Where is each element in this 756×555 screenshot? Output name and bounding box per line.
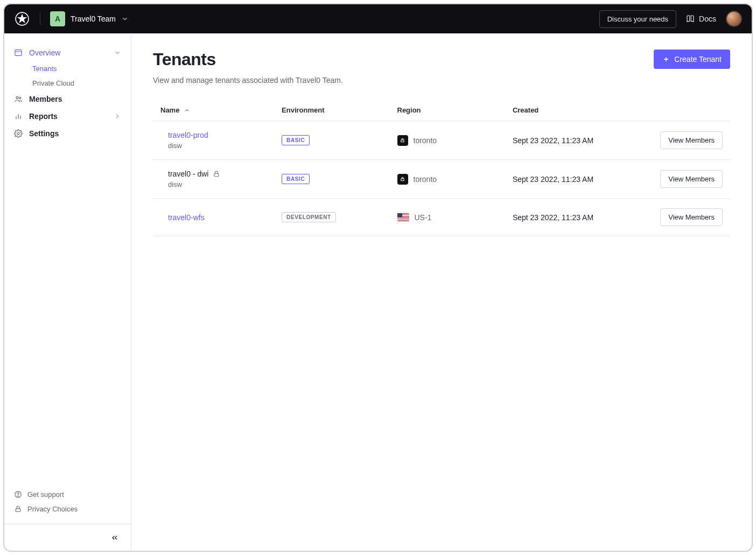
tenant-sub: disw: [168, 142, 267, 150]
svg-rect-8: [401, 140, 404, 142]
chevron-down-icon: [114, 49, 121, 57]
column-label: Name: [160, 106, 179, 114]
lock-icon: [14, 505, 22, 513]
table-row: travel0-proddiswBASICtorontoSept 23 2022…: [153, 121, 730, 160]
environment-badge: BASIC: [282, 174, 310, 184]
region-lock-icon: [397, 135, 408, 146]
svg-point-6: [18, 496, 18, 496]
members-icon: [14, 95, 23, 103]
column-header-region: Region: [390, 100, 505, 121]
tenants-table: Name Environment Region Created travel0-…: [153, 100, 730, 236]
environment-badge: BASIC: [282, 135, 310, 145]
chevrons-left-icon: [110, 533, 119, 542]
docs-label: Docs: [699, 15, 716, 23]
sidebar-item-members[interactable]: Members: [10, 90, 125, 108]
environment-badge: DEVELOPMENT: [282, 212, 336, 222]
divider: [40, 13, 40, 25]
get-support-link[interactable]: Get support: [14, 487, 121, 502]
sidebar-item-settings[interactable]: Settings: [10, 125, 125, 142]
table-row: travel0-wfsDEVELOPMENTUS-1Sept 23 2022, …: [153, 199, 730, 236]
svg-rect-9: [214, 173, 219, 176]
tenant-sub: disw: [168, 180, 267, 188]
tenant-name: travel0 - dwi: [168, 170, 208, 178]
region-lock-icon: [397, 174, 408, 185]
brand-logo[interactable]: [14, 11, 30, 27]
sidebar-item-label: Overview: [29, 48, 60, 57]
collapse-sidebar-button[interactable]: [4, 524, 131, 551]
region-cell: US-1: [397, 213, 498, 222]
view-members-button[interactable]: View Members: [660, 131, 723, 149]
column-header-name[interactable]: Name: [160, 106, 190, 114]
svg-rect-7: [16, 509, 20, 512]
sidebar-item-overview[interactable]: Overview: [10, 44, 125, 61]
top-header: A Travel0 Team Discuss your needs Docs: [4, 4, 752, 33]
help-icon: [14, 490, 22, 498]
team-badge: A: [50, 11, 65, 26]
support-label: Get support: [27, 490, 64, 498]
region-cell: toronto: [397, 135, 498, 146]
sidebar: Overview Tenants Private Cloud Members R…: [4, 33, 131, 551]
view-members-button[interactable]: View Members: [660, 208, 723, 226]
team-switcher[interactable]: A Travel0 Team: [50, 11, 129, 26]
create-tenant-label: Create Tenant: [674, 55, 722, 64]
page-title: Tenants: [153, 50, 216, 69]
svg-point-4: [17, 132, 19, 135]
flag-us-icon: [397, 213, 409, 221]
sidebar-item-label: Settings: [29, 129, 59, 138]
svg-point-2: [16, 96, 18, 99]
svg-rect-1: [15, 50, 22, 56]
discuss-needs-button[interactable]: Discuss your needs: [599, 10, 676, 28]
main-content: Tenants Create Tenant View and manage te…: [131, 33, 752, 551]
create-tenant-button[interactable]: Create Tenant: [654, 50, 730, 69]
docs-link[interactable]: Docs: [686, 15, 716, 23]
sidebar-sub-private-cloud[interactable]: Private Cloud: [32, 76, 125, 90]
column-header-environment: Environment: [274, 100, 389, 121]
chevron-right-icon: [114, 113, 121, 120]
chart-icon: [14, 112, 23, 121]
region-name: toronto: [414, 175, 437, 184]
created-date: Sept 23 2022, 11:23 AM: [505, 160, 643, 199]
sidebar-item-reports[interactable]: Reports: [10, 108, 125, 125]
created-date: Sept 23 2022, 11:23 AM: [505, 121, 643, 160]
tenant-name[interactable]: travel0-prod: [168, 131, 208, 139]
table-row: travel0 - dwidiswBASICtorontoSept 23 202…: [153, 160, 730, 199]
gear-icon: [14, 129, 23, 138]
tenant-name[interactable]: travel0-wfs: [168, 213, 205, 222]
svg-point-3: [19, 97, 21, 99]
book-icon: [686, 15, 695, 23]
sidebar-sub-tenants[interactable]: Tenants: [32, 61, 125, 76]
sidebar-item-label: Reports: [29, 112, 58, 121]
privacy-choices-link[interactable]: Privacy Choices: [14, 502, 121, 516]
sort-asc-icon: [184, 107, 190, 114]
page-subtitle: View and manage tenants associated with …: [153, 76, 730, 85]
sidebar-item-label: Members: [29, 95, 62, 103]
view-members-button[interactable]: View Members: [660, 170, 723, 188]
privacy-label: Privacy Choices: [27, 505, 78, 513]
column-header-created: Created: [505, 100, 643, 121]
svg-rect-10: [401, 179, 404, 181]
created-date: Sept 23 2022, 11:23 AM: [505, 199, 643, 236]
lock-icon: [213, 170, 220, 178]
window-icon: [14, 48, 23, 57]
team-name: Travel0 Team: [71, 15, 116, 23]
plus-icon: [662, 55, 670, 63]
chevron-down-icon: [121, 15, 129, 23]
region-name: US-1: [415, 213, 432, 222]
user-avatar[interactable]: [726, 11, 742, 27]
region-cell: toronto: [397, 174, 498, 185]
region-name: toronto: [414, 136, 437, 145]
